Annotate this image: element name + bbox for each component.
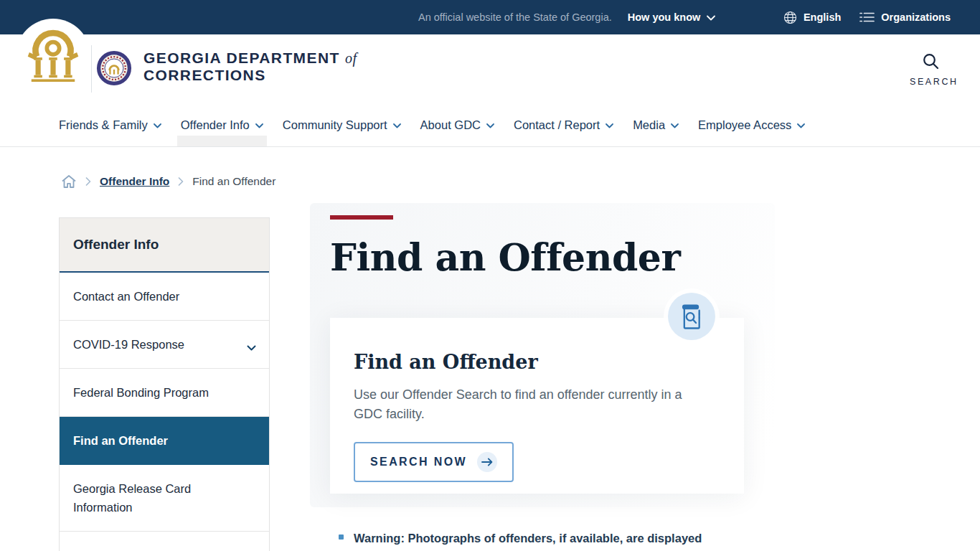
page-title: Find an Offender xyxy=(330,235,744,279)
breadcrumb-link-offender-info[interactable]: Offender Info xyxy=(100,175,169,188)
home-icon[interactable] xyxy=(61,174,77,189)
breadcrumb: Offender Info Find an Offender xyxy=(61,174,275,189)
agency-wordmark[interactable]: GEORGIA DEPARTMENT of CORRECTIONS xyxy=(143,50,357,84)
official-site-text: An official website of the State of Geor… xyxy=(418,11,612,23)
chevron-down-icon xyxy=(255,123,263,128)
chevron-down-icon xyxy=(393,123,401,128)
sidebar-item-incarcerated-veterans[interactable]: Incarcerated Veterans xyxy=(60,532,269,551)
chevron-down-icon xyxy=(671,123,679,128)
chevron-down-icon xyxy=(797,123,805,128)
warning-list-item: Warning: Photographs of offenders, if av… xyxy=(339,529,748,547)
nav-item-about-gdc[interactable]: About GDC xyxy=(420,103,494,146)
card-description: Use our Offender Search to find an offen… xyxy=(354,385,712,424)
chevron-down-icon xyxy=(707,11,715,23)
breadcrumb-current: Find an Offender xyxy=(192,175,275,188)
document-search-badge xyxy=(668,293,715,340)
card-title: Find an Offender xyxy=(354,351,720,373)
organizations-menu[interactable]: Organizations xyxy=(859,11,951,23)
nav-item-community-support[interactable]: Community Support xyxy=(283,103,401,146)
chevron-right-icon xyxy=(178,177,184,186)
search-icon xyxy=(921,61,941,73)
main-nav: Friends & Family Offender Info Community… xyxy=(0,103,980,147)
find-offender-card: Find an Offender Use our Offender Search… xyxy=(330,318,744,494)
sidebar-item-federal-bonding-program[interactable]: Federal Bonding Program xyxy=(60,369,269,417)
sidebar-item-find-an-offender[interactable]: Find an Offender xyxy=(60,417,269,465)
document-search-icon xyxy=(680,303,704,330)
chevron-right-icon xyxy=(85,177,91,186)
site-header: GEORGIA DEPARTMENT of CORRECTIONS SEARCH xyxy=(0,34,980,103)
nav-item-offender-info[interactable]: Offender Info xyxy=(181,103,263,146)
sidebar-item-georgia-release-card[interactable]: Georgia Release Card Information xyxy=(60,465,269,532)
how-you-know-toggle[interactable]: How you know xyxy=(628,11,716,23)
gdc-seal-logo[interactable] xyxy=(96,50,132,86)
chevron-down-icon xyxy=(486,123,494,128)
georgia-arch-logo[interactable] xyxy=(16,19,90,93)
seal-icon xyxy=(96,50,132,86)
sidebar-item-contact-an-offender[interactable]: Contact an Offender xyxy=(60,273,269,321)
main-content: Find an Offender Find an Offender Use ou… xyxy=(330,215,744,279)
arch-icon xyxy=(27,27,79,85)
language-selector[interactable]: English xyxy=(783,11,841,24)
search-now-button[interactable]: SEARCH NOW xyxy=(354,442,514,482)
title-accent-bar xyxy=(330,215,393,220)
list-icon xyxy=(859,11,875,23)
chevron-down-icon xyxy=(606,123,613,128)
chevron-down-icon xyxy=(154,123,161,128)
nav-item-employee-access[interactable]: Employee Access xyxy=(698,103,805,146)
bullet-icon xyxy=(339,534,344,540)
header-divider xyxy=(91,45,92,93)
sidebar-item-covid-19-response[interactable]: COVID-19 Response xyxy=(60,321,269,369)
nav-item-friends-family[interactable]: Friends & Family xyxy=(59,103,161,146)
header-search-button[interactable]: SEARCH xyxy=(910,52,951,87)
warning-text: Warning: Photographs of offenders, if av… xyxy=(354,529,702,547)
nav-item-contact-report[interactable]: Contact / Report xyxy=(514,103,613,146)
chevron-down-icon xyxy=(247,338,256,357)
page: An official website of the State of Geor… xyxy=(0,0,980,551)
sidebar-offender-info: Offender Info Contact an Offender COVID-… xyxy=(59,217,270,551)
nav-item-media[interactable]: Media xyxy=(633,103,679,146)
arrow-right-icon xyxy=(477,452,497,472)
official-bar: An official website of the State of Geor… xyxy=(0,0,980,34)
globe-icon xyxy=(783,11,797,24)
sidebar-title: Offender Info xyxy=(60,218,269,273)
